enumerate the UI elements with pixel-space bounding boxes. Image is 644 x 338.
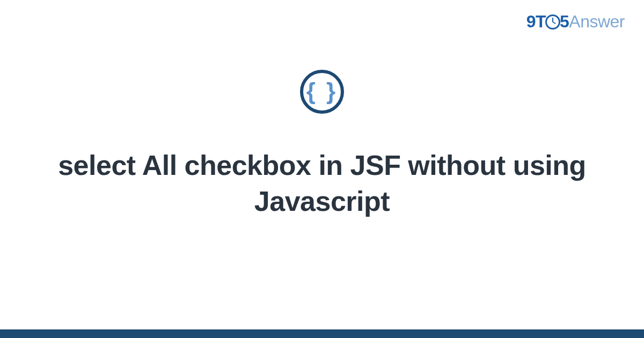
logo-answer: Answer xyxy=(569,12,625,31)
site-logo: 9T5Answer xyxy=(526,12,625,32)
logo-nine: 9 xyxy=(526,12,536,31)
page-title: select All checkbox in JSF without using… xyxy=(0,148,644,219)
clock-icon xyxy=(545,14,560,30)
code-braces-icon: { } xyxy=(300,70,344,114)
footer-accent-bar xyxy=(0,329,644,338)
logo-five: 5 xyxy=(560,12,569,31)
logo-t: T xyxy=(536,12,546,31)
braces-glyph: { } xyxy=(306,79,338,103)
